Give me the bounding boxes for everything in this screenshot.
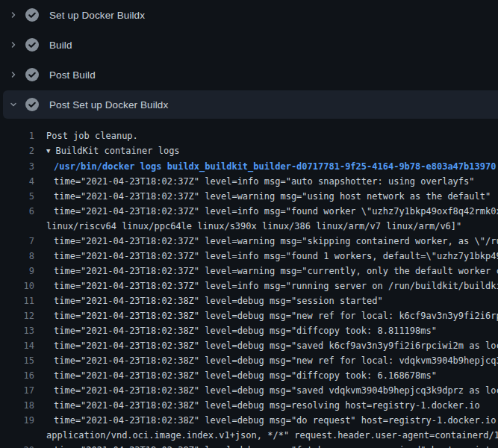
collapse-triangle-icon[interactable]: ▼ — [46, 143, 50, 158]
log-text: time="2021-04-23T18:02:37Z" level=info m… — [46, 174, 498, 189]
log-line: 16time="2021-04-23T18:02:38Z" level=debu… — [0, 368, 498, 383]
log-line: 13time="2021-04-23T18:02:38Z" level=debu… — [0, 323, 498, 338]
line-number[interactable]: 17 — [0, 383, 34, 398]
log-text: time="2021-04-23T18:02:38Z" level=debug … — [46, 353, 498, 368]
log-line: linux/riscv64 linux/ppc64le linux/s390x … — [0, 219, 498, 234]
line-number — [0, 219, 34, 234]
chevron-down-icon — [9, 100, 18, 109]
log-text: time="2021-04-23T18:02:37Z" level=warnin… — [46, 189, 498, 204]
line-number[interactable]: 3 — [0, 159, 34, 174]
line-number[interactable]: 19 — [0, 413, 34, 428]
log-text: time="2021-04-23T18:02:38Z" level=debug … — [46, 293, 498, 308]
line-number[interactable]: 14 — [0, 338, 34, 353]
log-text: time="2021-04-23T18:02:38Z" level=debug … — [46, 398, 498, 413]
chevron-right-icon — [9, 10, 18, 19]
log-line: 6time="2021-04-23T18:02:37Z" level=info … — [0, 204, 498, 219]
line-number[interactable]: 16 — [0, 368, 34, 383]
line-number[interactable]: 4 — [0, 174, 34, 189]
line-number[interactable]: 15 — [0, 353, 34, 368]
log-line: 18time="2021-04-23T18:02:38Z" level=debu… — [0, 398, 498, 413]
job-steps-list: Set up Docker Buildx Build Post Build Po… — [0, 0, 498, 119]
step-row-build[interactable]: Build — [0, 30, 498, 60]
log-text: time="2021-04-23T18:02:37Z" level=info m… — [46, 204, 498, 219]
log-line: 14time="2021-04-23T18:02:38Z" level=debu… — [0, 338, 498, 353]
log-text: linux/riscv64 linux/ppc64le linux/s390x … — [46, 219, 498, 234]
log-line: 17time="2021-04-23T18:02:38Z" level=debu… — [0, 383, 498, 398]
log-text: time="2021-04-23T18:02:37Z" level=info m… — [46, 249, 498, 264]
log-text: Post job cleanup. — [46, 128, 498, 143]
line-number[interactable]: 9 — [0, 264, 34, 279]
log-text: time="2021-04-23T18:02:37Z" level=warnin… — [46, 234, 498, 249]
line-number[interactable]: 11 — [0, 293, 34, 308]
line-number — [0, 428, 34, 443]
line-number[interactable]: 12 — [0, 308, 34, 323]
log-line: 2▼BuildKit container logs — [0, 143, 498, 159]
line-number[interactable]: 10 — [0, 279, 34, 293]
log-line: 1Post job cleanup. — [0, 128, 498, 143]
log-text: application/vnd.oci.image.index.v1+json,… — [46, 428, 498, 443]
log-line: 10time="2021-04-23T18:02:37Z" level=info… — [0, 279, 498, 293]
log-line: 8time="2021-04-23T18:02:37Z" level=info … — [0, 249, 498, 264]
check-circle-icon — [25, 8, 39, 22]
log-text: time="2021-04-23T18:02:38Z" level=debug … — [46, 338, 498, 353]
step-label: Post Set up Docker Buildx — [49, 99, 168, 111]
log-text: time="2021-04-23T18:02:38Z" level=debug … — [46, 368, 498, 383]
log-line: 3/usr/bin/docker logs buildx_buildkit_bu… — [0, 159, 498, 174]
line-number[interactable]: 8 — [0, 249, 34, 264]
log-line: application/vnd.oci.image.index.v1+json,… — [0, 428, 498, 443]
log-text: time="2021-04-23T18:02:38Z" level=debug … — [46, 308, 498, 323]
line-number[interactable]: 2 — [0, 143, 34, 159]
line-number[interactable]: 18 — [0, 398, 34, 413]
log-text: time="2021-04-23T18:02:38Z" level=debug … — [46, 443, 498, 448]
log-line: 7time="2021-04-23T18:02:37Z" level=warni… — [0, 234, 498, 249]
line-number[interactable]: 6 — [0, 204, 34, 219]
step-label: Build — [49, 40, 72, 51]
log-lines: 1Post job cleanup.2▼BuildKit container l… — [0, 119, 498, 448]
check-circle-icon — [25, 38, 39, 52]
log-text: time="2021-04-23T18:02:37Z" level=info m… — [46, 279, 498, 293]
step-row-setup-docker-buildx[interactable]: Set up Docker Buildx — [0, 0, 498, 30]
log-line: 4time="2021-04-23T18:02:37Z" level=info … — [0, 174, 498, 189]
log-line: 12time="2021-04-23T18:02:38Z" level=debu… — [0, 308, 498, 323]
check-circle-icon — [25, 98, 39, 111]
log-line: 15time="2021-04-23T18:02:38Z" level=debu… — [0, 353, 498, 368]
line-number[interactable]: 13 — [0, 323, 34, 338]
line-number[interactable]: 20 — [0, 443, 34, 448]
log-text: time="2021-04-23T18:02:38Z" level=debug … — [46, 323, 498, 338]
log-line: 20time="2021-04-23T18:02:38Z" level=debu… — [0, 443, 498, 448]
log-command-text: /usr/bin/docker logs buildx_buildkit_bui… — [46, 159, 498, 174]
log-text: time="2021-04-23T18:02:38Z" level=debug … — [46, 413, 498, 428]
chevron-right-icon — [9, 40, 18, 49]
log-line: 11time="2021-04-23T18:02:38Z" level=debu… — [0, 293, 498, 308]
log-line: 5time="2021-04-23T18:02:37Z" level=warni… — [0, 189, 498, 204]
check-circle-icon — [25, 68, 39, 81]
log-line: 9time="2021-04-23T18:02:37Z" level=warni… — [0, 264, 498, 279]
line-number[interactable]: 1 — [0, 128, 34, 143]
log-text: time="2021-04-23T18:02:37Z" level=warnin… — [46, 264, 498, 279]
log-text[interactable]: ▼BuildKit container logs — [46, 143, 498, 159]
line-number[interactable]: 7 — [0, 234, 34, 249]
line-number[interactable]: 5 — [0, 189, 34, 204]
step-row-post-build[interactable]: Post Build — [0, 60, 498, 90]
step-label: Post Build — [49, 69, 96, 81]
log-text: time="2021-04-23T18:02:38Z" level=debug … — [46, 383, 498, 398]
log-line: 19time="2021-04-23T18:02:38Z" level=debu… — [0, 413, 498, 428]
chevron-right-icon — [9, 70, 18, 79]
step-label: Set up Docker Buildx — [49, 10, 145, 21]
step-row-post-setup-docker-buildx[interactable]: Post Set up Docker Buildx — [3, 90, 498, 119]
